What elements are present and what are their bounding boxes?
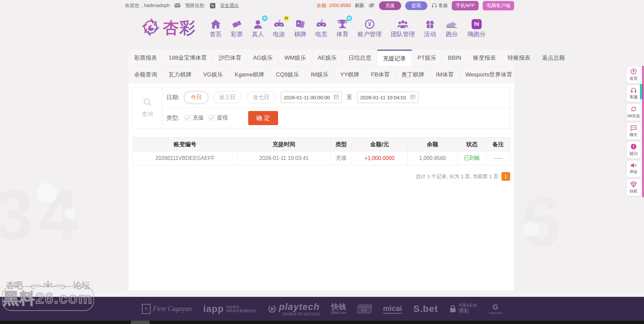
side-item-chat[interactable]: 聊天 (627, 123, 641, 140)
tab-item[interactable]: WM娱乐 (279, 50, 312, 66)
date-from-input[interactable]: 2026-01-11 00:00:00 (281, 92, 342, 103)
logo-unionpay: UnionPay 银联 (358, 305, 372, 313)
bokeh-decoration (523, 221, 539, 237)
side-item-service[interactable]: 客服 (627, 85, 641, 102)
column-header: 类型 (331, 138, 352, 151)
gamepad-icon: H (273, 18, 285, 29)
tab-item[interactable]: AG娱乐 (247, 50, 279, 66)
cards-icon (295, 18, 306, 29)
top-bar-left: 欢迎您，hadesadoph 预留信息: ✎ 安全退出 (125, 3, 239, 9)
tab-item[interactable]: 余额查询 (128, 66, 163, 83)
side-item-idle[interactable]: 挂机 (627, 179, 641, 196)
tab-item[interactable]: FB体育 (365, 66, 396, 83)
search-icon (143, 98, 152, 109)
side-toolbar: 首页 客服 IM充值 聊天 疑问 声音 挂机 (627, 66, 641, 196)
tab-item[interactable]: VG娱乐 (198, 66, 229, 83)
side-item-top[interactable]: 首页 (627, 66, 641, 83)
main-content-card: 彩票报表 188金宝博体育 沙巴体育 AG娱乐 WM娱乐 AE娱乐 日结总览 充… (128, 50, 514, 290)
nav-item-live[interactable]: N 真人 (252, 18, 264, 38)
refresh-button[interactable]: 刷新 (355, 3, 364, 9)
tab-item[interactable]: AE娱乐 (312, 50, 343, 66)
nav-item-account[interactable]: ¥ 账户管理 (358, 18, 382, 38)
home-icon (210, 18, 221, 29)
nav-item-esports[interactable]: 电竞 (315, 18, 327, 38)
chat-bubble-icon (630, 125, 637, 131)
customer-service-link[interactable]: 客服 (431, 3, 448, 9)
pc-client-button[interactable]: 电脑客户端 (483, 1, 514, 10)
nav-item-sports[interactable]: N 体育 (336, 18, 348, 38)
nav-item-paofen[interactable]: 跑分 (445, 18, 459, 38)
badge-hot: H (283, 15, 289, 21)
headset-icon (431, 3, 437, 9)
nav-item-lottery[interactable]: 彩票 (231, 18, 243, 38)
rhino-logo-icon (445, 18, 459, 29)
tab-item[interactable]: YY棋牌 (334, 66, 365, 83)
nav-item-home[interactable]: 首页 (210, 18, 222, 38)
logout-link[interactable]: 安全退出 (220, 3, 239, 9)
tab-item[interactable]: 瓦力棋牌 (163, 66, 198, 83)
mobile-app-button[interactable]: 手机APP (452, 1, 479, 10)
gift-icon (425, 18, 435, 29)
tab-item[interactable]: 188金宝博体育 (163, 50, 213, 66)
tab-item[interactable]: BBIN (442, 50, 468, 66)
checkbox-icon (209, 115, 215, 121)
confirm-button[interactable]: 确 定 (248, 111, 278, 125)
withdraw-checkbox[interactable]: 提现 (209, 114, 228, 121)
tab-item[interactable]: 转账报表 (502, 50, 536, 66)
top-bar: 欢迎您，hadesadoph 预留信息: ✎ 安全退出 余额: 1000.856… (0, 0, 644, 11)
edit-icon[interactable]: ✎ (210, 3, 215, 8)
tab-item[interactable]: 日结总览 (343, 50, 377, 66)
nav-item-cards[interactable]: 棋牌 (294, 18, 306, 38)
headset-icon (630, 87, 637, 93)
eye-off-icon[interactable] (368, 3, 375, 9)
filter-fields: 日期: 今日 近三日 近七日 2026-01-11 00:00:00 至 202… (162, 87, 510, 128)
calendar-icon[interactable] (410, 94, 415, 100)
page-1-button[interactable]: 1 (501, 172, 510, 181)
filter-panel: 查询 日期: 今日 近三日 近七日 2026-01-11 00:00:00 至 … (132, 87, 510, 128)
tab-item[interactable]: PT娱乐 (412, 50, 442, 66)
team-icon (397, 18, 409, 29)
quick-7days-button[interactable]: 近七日 (247, 92, 276, 103)
brand-logo[interactable]: 杏彩 (141, 17, 196, 39)
tab-item[interactable]: CQ9娱乐 (270, 66, 305, 83)
calendar-icon[interactable] (334, 94, 339, 100)
side-item-sound[interactable]: 声音 (627, 160, 641, 177)
nav-item-hipaofen[interactable]: hi 嗨跑分 (468, 18, 486, 38)
tab-item[interactable]: Kgame棋牌 (229, 66, 270, 83)
balance-value: 1000.8560 (329, 3, 351, 8)
date-to-input[interactable]: 2026-01-11 10:04:01 (357, 92, 418, 103)
tab-item[interactable]: IM体育 (430, 66, 460, 83)
nav-item-team[interactable]: 团队管理 (391, 18, 415, 38)
side-toolbar-scroll-indicator[interactable] (640, 84, 642, 99)
type-label: 类型: (166, 114, 179, 122)
pagination-summary: 总计 1 个记录, 分为 1 页, 当前第 1 页 (416, 173, 498, 180)
side-item-question[interactable]: 疑问 (627, 142, 641, 158)
table-row: 20260111VBDEEGAEFF 2026-01-11 10:03:41 充… (132, 151, 510, 165)
cell-type: 充值 (331, 151, 352, 165)
quick-today-button[interactable]: 今日 (184, 92, 208, 103)
stamp-icon: ✳ (142, 304, 151, 314)
nav-item-egames[interactable]: H 电游 (273, 18, 285, 38)
badge-new: N (346, 15, 352, 21)
tab-item[interactable]: 彩票报表 (128, 50, 163, 66)
tab-item[interactable]: IM娱乐 (305, 66, 334, 83)
tab-item[interactable]: Wesports世界体育 (460, 66, 519, 83)
tab-item-active[interactable]: 充提记录 (377, 50, 412, 66)
nav-item-promo[interactable]: 活动 (424, 18, 436, 38)
deposit-checkbox[interactable]: 充值 (184, 114, 204, 121)
tab-item[interactable]: 奥丁棋牌 (396, 66, 430, 83)
quick-3days-button[interactable]: 近三日 (213, 92, 242, 103)
tab-item[interactable]: 账变报表 (467, 50, 502, 66)
tabs-spacer (518, 66, 530, 83)
column-header: 金额/元 (352, 138, 408, 151)
logo-first-cagayan: ✳ First Cagayan (142, 304, 192, 314)
lock-icon (449, 305, 456, 313)
withdraw-button[interactable]: 提现 (405, 1, 427, 10)
side-item-im-recharge[interactable]: IM充值 (627, 104, 641, 121)
cell-status: 已到账 (458, 151, 486, 165)
yen-coin-icon: ¥ (364, 18, 375, 29)
tab-item[interactable]: 返点总额 (536, 50, 571, 66)
envelope-icon[interactable] (174, 3, 180, 9)
deposit-button[interactable]: 充值 (379, 1, 401, 10)
tab-item[interactable]: 沙巴体育 (213, 50, 247, 66)
